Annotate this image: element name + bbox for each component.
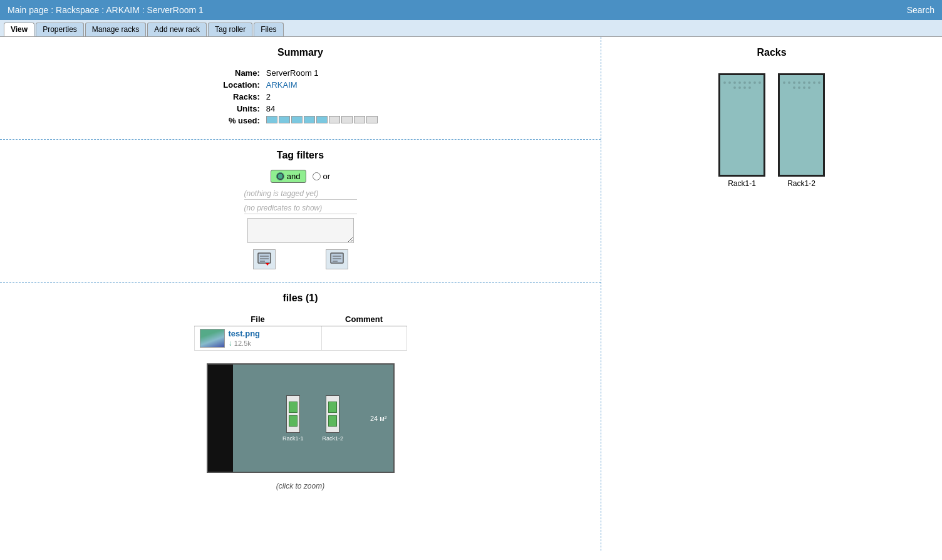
no-predicates: (no predicates to show) xyxy=(244,204,357,214)
rack-box-2[interactable] xyxy=(778,73,825,177)
or-radio-label[interactable]: or xyxy=(313,172,331,181)
right-panel: Racks Rack1-1 xyxy=(601,37,942,551)
file-info: test.png ↓ 12.5k xyxy=(229,329,261,348)
files-table: File Comment test.png ↓ 12.5k xyxy=(194,313,407,351)
rack-dots-1 xyxy=(720,79,763,91)
and-radio-label[interactable]: and xyxy=(271,170,306,183)
racks-value: 2 xyxy=(264,91,380,103)
fp-rack-box-2 xyxy=(326,395,339,433)
or-radio[interactable] xyxy=(313,172,321,180)
file-col-header: File xyxy=(194,313,321,326)
file-link[interactable]: test.png xyxy=(229,329,261,338)
rack-item-2: Rack1-2 xyxy=(778,73,825,188)
progress-bar xyxy=(266,116,378,123)
fp-rack-unit-4 xyxy=(328,415,337,427)
search-link[interactable]: Search xyxy=(907,5,934,15)
progress-seg-6 xyxy=(329,116,340,123)
location-label: Location: xyxy=(220,79,264,91)
and-label: and xyxy=(287,172,301,181)
rack-dots-2 xyxy=(780,79,823,91)
summary-section: Summary Name: ServerRoom 1 Location: ARK… xyxy=(0,37,601,140)
files-title: files (1) xyxy=(13,293,588,304)
floor-plan-inner: Rack1-1 Rack1-2 24 м² xyxy=(233,365,393,472)
used-label: % used: xyxy=(220,115,264,127)
progress-seg-7 xyxy=(341,116,353,123)
fp-rack-label-1: Rack1-1 xyxy=(282,435,304,442)
name-label: Name: xyxy=(220,67,264,79)
rack-label-2: Rack1-2 xyxy=(787,179,815,188)
tag-textarea[interactable] xyxy=(247,218,354,243)
units-value: 84 xyxy=(264,103,380,115)
tag-apply-icon[interactable] xyxy=(253,249,276,269)
tag-clear-icon[interactable] xyxy=(326,249,348,269)
file-thumbnail xyxy=(200,329,225,348)
name-value: ServerRoom 1 xyxy=(264,67,380,79)
floor-plan-caption[interactable]: (click to zoom) xyxy=(276,482,324,490)
file-size-icon: ↓ xyxy=(229,339,234,348)
file-size: 12.5k xyxy=(234,340,251,347)
fp-rack-unit-2 xyxy=(289,415,298,427)
progress-seg-2 xyxy=(279,116,290,123)
tab-view[interactable]: View xyxy=(4,23,34,36)
or-label: or xyxy=(323,172,331,181)
tab-properties[interactable]: Properties xyxy=(36,23,84,36)
tagfilters-title: Tag filters xyxy=(13,150,588,161)
tab-files[interactable]: Files xyxy=(254,23,283,36)
tab-tag-roller[interactable]: Tag roller xyxy=(208,23,252,36)
file-cell: test.png ↓ 12.5k xyxy=(194,326,321,351)
table-row: test.png ↓ 12.5k xyxy=(194,326,406,351)
files-section: files (1) File Comment test.p xyxy=(0,283,601,503)
used-value xyxy=(264,115,380,127)
progress-seg-5 xyxy=(316,116,328,123)
header: Main page : Rackspace : ARKAIM : ServerR… xyxy=(0,0,942,20)
progress-seg-4 xyxy=(304,116,315,123)
tab-manage-racks[interactable]: Manage racks xyxy=(85,23,146,36)
tabs-bar: View Properties Manage racks Add new rac… xyxy=(0,20,942,37)
summary-title: Summary xyxy=(13,47,588,58)
svg-marker-4 xyxy=(266,263,269,266)
fp-area-label: 24 м² xyxy=(370,415,387,422)
svg-rect-5 xyxy=(331,253,343,263)
fp-rack-1: Rack1-1 xyxy=(282,395,304,442)
location-value[interactable]: ARKAIM xyxy=(264,79,380,91)
fp-rack-label-2: Rack1-2 xyxy=(323,435,344,442)
comment-col-header: Comment xyxy=(321,313,406,326)
tab-add-new-rack[interactable]: Add new rack xyxy=(147,23,207,36)
rack-box-1[interactable] xyxy=(718,73,765,177)
racks-title: Racks xyxy=(611,47,932,58)
fp-rack-2: Rack1-2 xyxy=(323,395,344,442)
main-layout: Summary Name: ServerRoom 1 Location: ARK… xyxy=(0,37,942,551)
tag-input-area: (nothing is tagged yet) (no predicates t… xyxy=(13,189,588,269)
floor-plan-container[interactable]: Rack1-1 Rack1-2 24 м² xyxy=(207,363,395,473)
nothing-tagged: (nothing is tagged yet) xyxy=(244,189,357,200)
breadcrumb: Main page : Rackspace : ARKAIM : ServerR… xyxy=(8,5,204,15)
rack-item-1: Rack1-1 xyxy=(718,73,765,188)
svg-rect-0 xyxy=(258,253,271,263)
racks-label: Racks: xyxy=(220,91,264,103)
racks-visual: Rack1-1 Rack1-2 xyxy=(611,67,932,194)
tag-logic-row: and or xyxy=(13,170,588,183)
progress-seg-1 xyxy=(266,116,277,123)
rack-label-1: Rack1-1 xyxy=(728,179,756,188)
units-label: Units: xyxy=(220,103,264,115)
tagfilters-section: Tag filters and or (nothing is tagged ye… xyxy=(0,140,601,283)
fp-rack-box-1 xyxy=(286,395,300,433)
file-comment xyxy=(321,326,406,351)
tag-icons-row xyxy=(253,249,348,269)
left-panel: Summary Name: ServerRoom 1 Location: ARK… xyxy=(0,37,601,551)
progress-seg-9 xyxy=(366,116,378,123)
and-radio[interactable] xyxy=(276,172,284,180)
fp-rack-unit-3 xyxy=(328,402,337,413)
progress-seg-3 xyxy=(291,116,303,123)
fp-rack-unit-1 xyxy=(289,402,298,413)
summary-table: Name: ServerRoom 1 Location: ARKAIM Rack… xyxy=(220,67,380,127)
progress-seg-8 xyxy=(354,116,365,123)
